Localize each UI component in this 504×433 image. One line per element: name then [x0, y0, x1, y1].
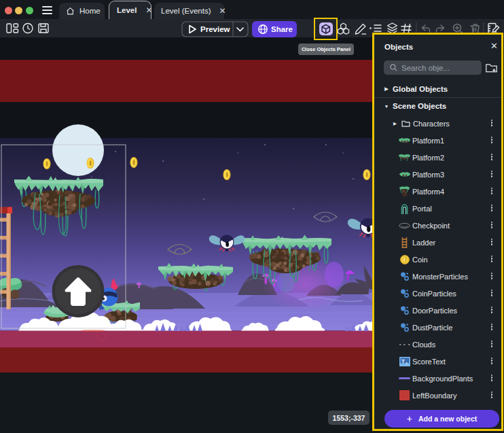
svg-text:T: T — [401, 358, 405, 364]
svg-text:Preview: Preview — [200, 25, 230, 33]
svg-text:x: x — [406, 361, 408, 365]
svg-text:Share: Share — [271, 25, 293, 33]
